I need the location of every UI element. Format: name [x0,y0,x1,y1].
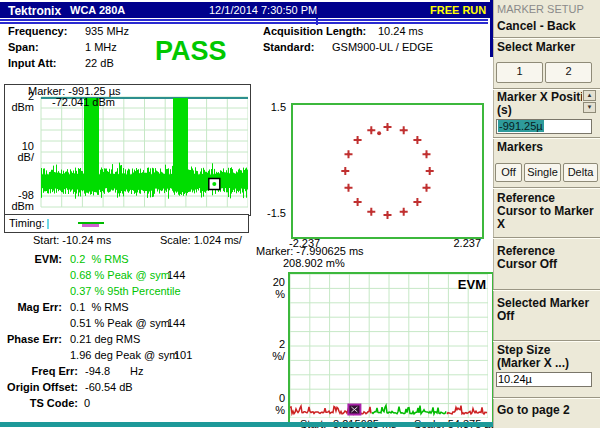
input-att-value: 22 dB [85,57,114,69]
marker-off-button[interactable]: Off [495,163,522,182]
mag-err-peak-value: 0.51 % Peak @ sym [70,317,170,329]
frequency-value: 935 MHz [85,25,129,37]
constellation-x-right-tick: 2.237 [430,237,481,249]
model-label: WCA 280A [70,4,125,16]
header-divider-line [0,19,488,21]
reference-cursor-off-button[interactable]: Reference Cursor Off [497,245,597,271]
marker-x-spinner-up[interactable]: ▲ [583,90,596,101]
evm-y-bottom-unit: % [263,404,285,416]
reference-cursor-to-marker-x-button[interactable]: Reference Cursor to Marker X [497,192,597,231]
phase-err-peak-symbol: 101 [174,349,192,361]
overview-plot [4,84,251,216]
evm-plot-svg [290,274,488,418]
freq-err-label: Freq Err: [0,365,78,377]
marker-x-position-unit: (s) [497,104,512,117]
acquisition-length-label: Acquisition Length: [263,25,366,37]
overview-marker-dot [212,182,216,186]
evm-peak-value: 0.68 % Peak @ sym [70,269,170,281]
span-label: Span: [8,41,39,53]
constellation-plot [291,103,484,239]
marker-1-button[interactable]: 1 [496,62,543,83]
panel-separator [493,37,600,39]
evm-plot: EVM [288,272,494,424]
ts-code-value: 0 [84,397,90,409]
overview-scale-label: Scale: 1.024 ms/ [160,234,242,246]
span-value: 1 MHz [85,41,117,53]
panel-title: MARKER SETUP [497,3,584,15]
timing-cursor-tick[interactable] [47,219,49,229]
constellation-y-top-tick: 1.5 [260,101,286,113]
ts-code-label: TS Code: [0,397,78,409]
marker-x-position-input[interactable]: -991.25µ [496,119,592,134]
header-divider-notch [316,18,318,25]
evm-plot-title: EVM [458,277,486,292]
constellation-stray-point [377,131,381,135]
panel-separator [493,340,600,342]
go-to-page-2-button[interactable]: Go to page 2 [497,404,597,417]
header-divider-line [0,22,488,24]
instrument-screen: Tektronix WCA 280A 12/1/2014 7:30:50 PM … [0,0,600,428]
free-run-status: FREE RUN [430,4,486,16]
title-bar: Tektronix WCA 280A 12/1/2014 7:30:50 PM … [0,2,490,18]
evm-label: EVM: [0,253,62,265]
markers-label: Markers [497,141,543,154]
evm-y-top-unit: % [263,288,285,300]
tektronix-logo: Tektronix [8,4,61,18]
mag-err-rms-value: 0.1 % RMS [70,301,129,313]
select-marker-label: Select Marker [497,41,597,54]
overview-marker-readout-y: -72.041 dBm [52,96,115,108]
marker-single-button[interactable]: Single [524,163,561,182]
evm-y-top-tick: 20 [263,276,285,288]
evm-y-mid-tick: 2 [263,338,285,350]
panel-separator [493,237,600,239]
marker-delta-button[interactable]: Delta [563,163,598,182]
step-size-unit: (Marker X ...) [497,357,597,370]
datetime-label: 12/1/2014 7:30:50 PM [209,4,317,16]
timing-bar[interactable]: Timing: [4,214,249,233]
constellation-y-bottom-tick: -1.5 [257,207,286,219]
overview-y-mid-unit: dB/ [0,151,34,163]
marker-x-position-value: -991.25µ [498,120,544,132]
freq-err-unit: Hz [130,365,143,377]
acquisition-length-value: 10.24 ms [378,25,423,37]
evm-marker-readout-y: 208.902 m% [283,257,345,269]
panel-separator [493,397,600,399]
evm-y-bottom-tick: 0 [263,392,285,404]
overview-plot-svg [5,85,248,213]
overview-y-bottom-unit: dBm [0,200,34,212]
overview-y-top-unit: dBm [0,101,34,113]
timing-selection-bar[interactable] [82,224,99,227]
panel-separator [493,187,600,189]
origin-offset-label: Origin Offset: [0,381,78,393]
evm-y-mid-unit: %/ [263,350,285,362]
timing-label: Timing: [9,217,45,229]
phase-err-rms-value: 0.21 deg RMS [70,333,140,345]
evm-peak-symbol: 144 [167,269,185,281]
phase-err-peak-value: 1.96 deg Peak @ sym [70,349,178,361]
origin-offset-value: -60.54 dB [85,381,133,393]
bottom-divider-line [0,422,497,427]
standard-label: Standard: [263,41,314,53]
evm-rms-value: 0.2 % RMS [70,253,129,265]
input-att-label: Input Att: [8,57,56,69]
step-size-value: 10.24µ [498,373,532,385]
selected-marker-off-button[interactable]: Selected Marker Off [497,297,597,323]
evm-trace [447,406,487,414]
mag-err-label: Mag Err: [0,301,62,313]
standard-value: GSM900-UL / EDGE [332,41,433,53]
step-size-input[interactable]: 10.24µ [496,372,592,387]
mag-err-peak-symbol: 144 [167,317,185,329]
panel-separator [493,289,600,291]
phase-err-label: Phase Err: [0,333,62,345]
panel-separator [493,137,600,139]
marker-2-button[interactable]: 2 [545,62,592,83]
frequency-label: Frequency: [8,25,67,37]
pass-status: PASS [155,36,227,67]
evm-95th-value: 0.37 % 95th Percentile [70,285,181,297]
constellation-plot-svg [293,105,482,237]
evm-marker-readout-x: Marker: -7.990625 ms [256,245,364,257]
overview-start-label: Start: -10.24 ms [33,234,111,246]
freq-err-value: -94.8 [85,365,110,377]
marker-x-spinner-down[interactable]: ▼ [583,102,596,113]
cancel-back-button[interactable]: Cancel - Back [497,20,597,33]
